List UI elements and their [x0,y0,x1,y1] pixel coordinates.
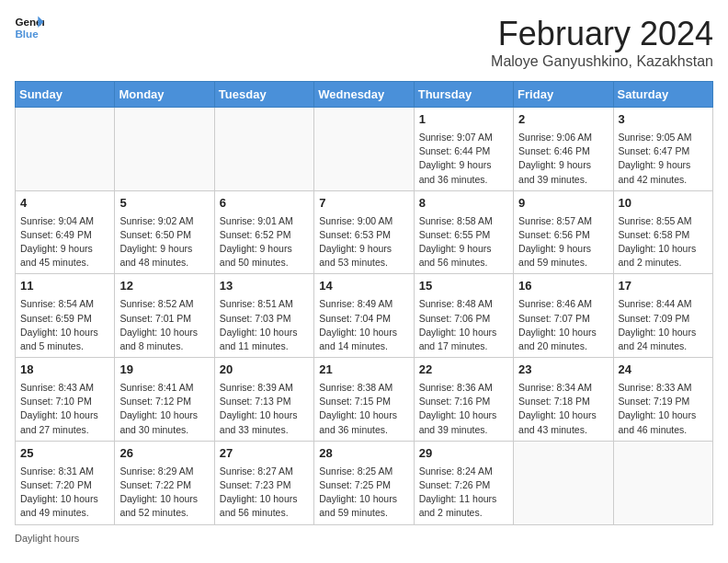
weekday-header-friday: Friday [514,82,613,108]
day-detail: Sunrise: 8:25 AMSunset: 7:25 PMDaylight:… [319,465,408,521]
calendar-subtitle: Maloye Ganyushkino, Kazakhstan [491,53,713,70]
day-number: 25 [20,445,109,463]
calendar-week-row: 25Sunrise: 8:31 AMSunset: 7:20 PMDayligh… [16,441,713,524]
calendar-week-row: 11Sunrise: 8:54 AMSunset: 6:59 PMDayligh… [16,274,713,358]
day-detail: Sunrise: 8:57 AMSunset: 6:56 PMDaylight:… [518,214,608,270]
calendar-day-7: 7Sunrise: 9:00 AMSunset: 6:53 PMDaylight… [314,190,414,274]
day-detail: Sunrise: 8:41 AMSunset: 7:12 PMDaylight:… [119,381,209,437]
weekday-header-saturday: Saturday [613,82,712,108]
day-number: 16 [518,278,608,295]
calendar-day-empty [16,108,115,191]
day-detail: Sunrise: 9:02 AMSunset: 6:50 PMDaylight:… [119,214,209,270]
calendar-day-2: 2Sunrise: 9:06 AMSunset: 6:46 PMDaylight… [514,108,613,191]
day-number: 20 [220,362,309,379]
calendar-day-4: 4Sunrise: 9:04 AMSunset: 6:49 PMDaylight… [16,190,115,274]
day-detail: Sunrise: 8:44 AMSunset: 7:09 PMDaylight:… [619,297,708,353]
calendar-day-3: 3Sunrise: 9:05 AMSunset: 6:47 PMDaylight… [613,108,712,191]
calendar-title: February 2024 [491,15,713,53]
day-number: 10 [619,195,708,213]
day-detail: Sunrise: 8:54 AMSunset: 6:59 PMDaylight:… [20,297,109,353]
day-number: 4 [20,195,109,213]
calendar-day-27: 27Sunrise: 8:27 AMSunset: 7:23 PMDayligh… [214,441,313,524]
calendar-day-9: 9Sunrise: 8:57 AMSunset: 6:56 PMDaylight… [514,190,613,274]
day-detail: Sunrise: 8:31 AMSunset: 7:20 PMDaylight:… [20,465,109,521]
day-detail: Sunrise: 8:58 AMSunset: 6:55 PMDaylight:… [419,214,508,270]
day-detail: Sunrise: 9:00 AMSunset: 6:53 PMDaylight:… [319,214,408,270]
day-detail: Sunrise: 9:05 AMSunset: 6:47 PMDaylight:… [619,131,708,187]
calendar-table: SundayMondayTuesdayWednesdayThursdayFrid… [15,81,713,525]
calendar-week-row: 18Sunrise: 8:43 AMSunset: 7:10 PMDayligh… [16,358,713,442]
day-number: 11 [20,278,109,295]
weekday-header-wednesday: Wednesday [314,82,414,108]
day-number: 23 [518,362,608,379]
calendar-day-empty [514,441,613,524]
day-detail: Sunrise: 8:55 AMSunset: 6:58 PMDaylight:… [619,214,708,270]
calendar-day-22: 22Sunrise: 8:36 AMSunset: 7:16 PMDayligh… [414,358,513,442]
calendar-day-19: 19Sunrise: 8:41 AMSunset: 7:12 PMDayligh… [115,358,214,442]
calendar-day-15: 15Sunrise: 8:48 AMSunset: 7:06 PMDayligh… [414,274,513,358]
day-detail: Sunrise: 9:07 AMSunset: 6:44 PMDaylight:… [419,131,508,187]
day-number: 27 [220,445,309,463]
svg-text:Blue: Blue [15,28,39,40]
calendar-week-row: 1Sunrise: 9:07 AMSunset: 6:44 PMDaylight… [16,108,713,191]
day-detail: Sunrise: 8:29 AMSunset: 7:22 PMDaylight:… [119,465,209,521]
day-detail: Sunrise: 8:52 AMSunset: 7:01 PMDaylight:… [119,297,209,353]
day-detail: Sunrise: 8:24 AMSunset: 7:26 PMDaylight:… [419,465,508,521]
day-detail: Sunrise: 8:33 AMSunset: 7:19 PMDaylight:… [619,381,708,437]
day-detail: Sunrise: 8:51 AMSunset: 7:03 PMDaylight:… [220,297,309,353]
day-number: 13 [220,278,309,295]
weekday-header-tuesday: Tuesday [214,82,313,108]
calendar-day-1: 1Sunrise: 9:07 AMSunset: 6:44 PMDaylight… [414,108,513,191]
day-detail: Sunrise: 8:27 AMSunset: 7:23 PMDaylight:… [220,465,309,521]
day-detail: Sunrise: 8:46 AMSunset: 7:07 PMDaylight:… [518,297,608,353]
calendar-week-row: 4Sunrise: 9:04 AMSunset: 6:49 PMDaylight… [16,190,713,274]
weekday-header-thursday: Thursday [414,82,513,108]
day-detail: Sunrise: 8:38 AMSunset: 7:15 PMDaylight:… [319,381,408,437]
day-number: 3 [619,111,708,129]
day-number: 12 [119,278,209,295]
day-number: 29 [419,445,508,463]
logo-icon: General Blue [15,15,44,40]
calendar-day-12: 12Sunrise: 8:52 AMSunset: 7:01 PMDayligh… [115,274,214,358]
logo: General Blue [15,15,44,40]
day-number: 1 [419,111,508,129]
header: General Blue February 2024 Maloye Ganyus… [15,15,713,70]
day-detail: Sunrise: 8:34 AMSunset: 7:18 PMDaylight:… [518,381,608,437]
title-block: February 2024 Maloye Ganyushkino, Kazakh… [491,15,713,70]
day-number: 2 [518,111,608,129]
calendar-day-29: 29Sunrise: 8:24 AMSunset: 7:26 PMDayligh… [414,441,513,524]
calendar-day-25: 25Sunrise: 8:31 AMSunset: 7:20 PMDayligh… [16,441,115,524]
calendar-day-14: 14Sunrise: 8:49 AMSunset: 7:04 PMDayligh… [314,274,414,358]
calendar-day-11: 11Sunrise: 8:54 AMSunset: 6:59 PMDayligh… [16,274,115,358]
day-number: 7 [319,195,408,213]
calendar-day-28: 28Sunrise: 8:25 AMSunset: 7:25 PMDayligh… [314,441,414,524]
calendar-day-18: 18Sunrise: 8:43 AMSunset: 7:10 PMDayligh… [16,358,115,442]
calendar-day-24: 24Sunrise: 8:33 AMSunset: 7:19 PMDayligh… [613,358,712,442]
day-number: 8 [419,195,508,213]
calendar-day-empty [214,108,313,191]
day-detail: Sunrise: 9:06 AMSunset: 6:46 PMDaylight:… [518,131,608,187]
calendar-day-10: 10Sunrise: 8:55 AMSunset: 6:58 PMDayligh… [613,190,712,274]
day-number: 15 [419,278,508,295]
calendar-day-8: 8Sunrise: 8:58 AMSunset: 6:55 PMDaylight… [414,190,513,274]
calendar-day-empty [115,108,214,191]
day-number: 24 [619,362,708,379]
day-number: 17 [619,278,708,295]
day-number: 19 [119,362,209,379]
day-detail: Sunrise: 8:43 AMSunset: 7:10 PMDaylight:… [20,381,109,437]
weekday-header-monday: Monday [115,82,214,108]
calendar-day-23: 23Sunrise: 8:34 AMSunset: 7:18 PMDayligh… [514,358,613,442]
day-detail: Sunrise: 8:49 AMSunset: 7:04 PMDaylight:… [319,297,408,353]
day-number: 21 [319,362,408,379]
calendar-day-17: 17Sunrise: 8:44 AMSunset: 7:09 PMDayligh… [613,274,712,358]
day-detail: Sunrise: 8:36 AMSunset: 7:16 PMDaylight:… [419,381,508,437]
day-number: 26 [119,445,209,463]
calendar-day-5: 5Sunrise: 9:02 AMSunset: 6:50 PMDaylight… [115,190,214,274]
weekday-header-sunday: Sunday [16,82,115,108]
day-number: 22 [419,362,508,379]
day-number: 9 [518,195,608,213]
calendar-day-16: 16Sunrise: 8:46 AMSunset: 7:07 PMDayligh… [514,274,613,358]
day-number: 6 [220,195,309,213]
calendar-day-21: 21Sunrise: 8:38 AMSunset: 7:15 PMDayligh… [314,358,414,442]
day-number: 5 [119,195,209,213]
